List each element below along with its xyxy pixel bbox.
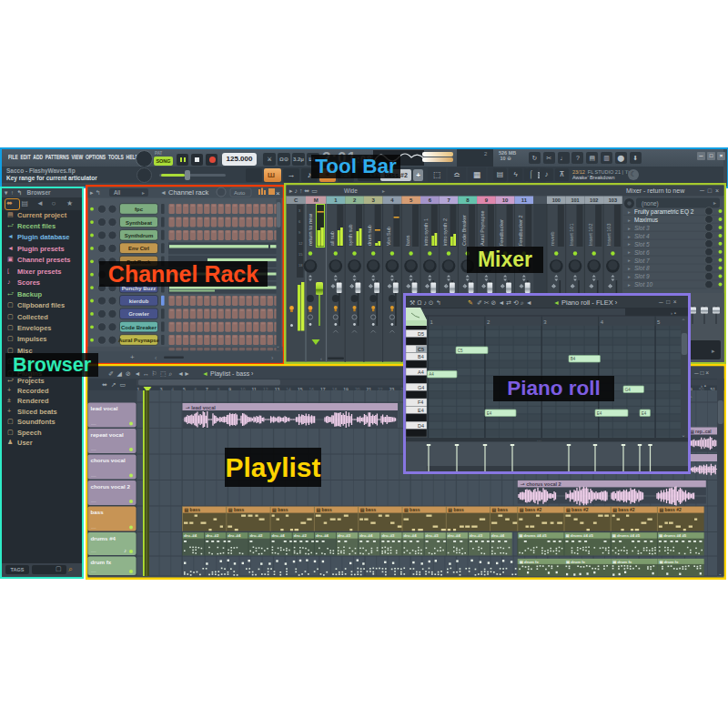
- svg-text:dru..#4: dru..#4: [272, 533, 286, 538]
- svg-text:Feedbacker: Feedbacker: [499, 219, 504, 246]
- svg-text:fpc: fpc: [135, 207, 144, 212]
- svg-text:Aural Psynapse: Aural Psynapse: [118, 338, 160, 343]
- svg-text:chorus vocal 2: chorus vocal 2: [91, 483, 131, 490]
- svg-text:▤ drums #4 #5: ▤ drums #4 #5: [659, 533, 687, 538]
- svg-text:dru..#3: dru..#3: [338, 533, 351, 538]
- svg-text:Slot 3: Slot 3: [634, 225, 650, 231]
- svg-text:▤ bass #2: ▤ bass #2: [520, 507, 542, 512]
- svg-text:C5: C5: [418, 347, 424, 352]
- svg-text:dru..#4: dru..#4: [404, 533, 418, 538]
- svg-text:Slot 10: Slot 10: [634, 281, 653, 288]
- svg-text:⌕: ⌕: [168, 370, 173, 377]
- svg-text:▤ rep..cal: ▤ rep..cal: [690, 429, 712, 434]
- svg-text:dru..#4: dru..#4: [491, 533, 505, 538]
- svg-text:G4: G4: [418, 385, 424, 390]
- svg-text:Slot 4: Slot 4: [634, 233, 650, 239]
- svg-text:dru..#3: dru..#3: [470, 533, 483, 538]
- svg-text:▤ bass #2: ▤ bass #2: [659, 507, 682, 512]
- svg-text:▸: ▸: [628, 258, 631, 263]
- svg-text:C5: C5: [458, 349, 463, 353]
- svg-text:M: M: [314, 197, 318, 203]
- svg-text:drum sub: drum sub: [367, 225, 372, 246]
- svg-text:Growler: Growler: [128, 311, 149, 317]
- svg-text:▤ bass: ▤ bass: [360, 507, 377, 512]
- svg-text:––: ––: [91, 499, 96, 504]
- svg-text:▤ drums #4 #5: ▤ drums #4 #5: [519, 533, 547, 538]
- svg-text:drum fx: drum fx: [91, 559, 112, 565]
- svg-text:All: All: [114, 189, 121, 196]
- svg-text:▤ bass: ▤ bass: [492, 507, 509, 512]
- svg-text:Slot 6: Slot 6: [634, 249, 650, 256]
- svg-text:101: 101: [571, 197, 579, 203]
- svg-text:Insert 102: Insert 102: [588, 224, 593, 246]
- svg-text:18: 18: [298, 263, 303, 268]
- svg-text:↔: ↔: [143, 370, 149, 377]
- svg-text:▸: ▸: [628, 282, 631, 288]
- svg-text:––: ––: [91, 447, 96, 452]
- svg-text:G4: G4: [625, 388, 632, 392]
- svg-text:Insert 101: Insert 101: [569, 224, 574, 246]
- svg-text:▸: ▸: [628, 241, 631, 247]
- svg-text:▸: ▸: [628, 209, 631, 215]
- svg-text:––: ––: [91, 549, 96, 554]
- svg-text:▸: ▸: [713, 200, 716, 206]
- svg-text:dru..#2: dru..#2: [206, 533, 219, 538]
- svg-text:Wide: Wide: [344, 187, 358, 194]
- svg-text:Auto: Auto: [234, 190, 246, 196]
- svg-text:Slot 9: Slot 9: [634, 273, 650, 279]
- svg-text:⌄: ⌄: [718, 571, 723, 576]
- svg-text:▸: ▸: [628, 217, 631, 223]
- svg-text:×: ×: [276, 189, 280, 197]
- svg-text:◄►: ◄►: [177, 370, 190, 377]
- svg-text:◄: ◄: [160, 189, 167, 196]
- svg-text:▸: ▸: [382, 188, 385, 194]
- svg-text:drums #4: drums #4: [91, 535, 116, 541]
- svg-text:▤ drum fx: ▤ drum fx: [612, 560, 632, 564]
- svg-text:▤ drum fx: ▤ drum fx: [520, 560, 540, 564]
- svg-text:Code Breaker: Code Breaker: [121, 325, 157, 330]
- svg-text:dru..#4: dru..#4: [316, 533, 329, 538]
- svg-text:⚐: ⚐: [152, 370, 157, 377]
- svg-text:intro synth 2: intro synth 2: [442, 218, 448, 246]
- svg-text:15: 15: [298, 252, 303, 257]
- svg-text:▤ bass: ▤ bass: [272, 507, 288, 512]
- svg-text:E4: E4: [642, 411, 647, 416]
- svg-text:synth sub: synth sub: [348, 224, 353, 246]
- svg-text:▸: ▸: [712, 348, 715, 354]
- svg-text:dru..#2: dru..#2: [294, 533, 308, 538]
- svg-text:dru..#2: dru..#2: [249, 533, 263, 538]
- svg-text:Feedbacker 2: Feedbacker 2: [518, 215, 523, 246]
- svg-text:+: +: [130, 353, 135, 361]
- svg-text:▤ bass: ▤ bass: [185, 507, 201, 512]
- svg-text:─ □ ×: ─ □ ×: [658, 298, 677, 305]
- svg-text:Fruity parametric EQ 2: Fruity parametric EQ 2: [634, 208, 694, 216]
- svg-text:⌄: ⌄: [682, 432, 686, 438]
- svg-text:10: 10: [502, 197, 509, 203]
- svg-text:11: 11: [521, 197, 528, 203]
- svg-text:B4: B4: [571, 357, 576, 361]
- svg-text:Slot 7: Slot 7: [634, 258, 650, 264]
- svg-text:Synthbeat: Synthbeat: [126, 220, 152, 226]
- svg-text:lead vocal: lead vocal: [91, 405, 118, 411]
- svg-text:dru..#3: dru..#3: [381, 533, 395, 538]
- svg-text:▤ bass: ▤ bass: [404, 507, 420, 512]
- svg-text:––: ––: [91, 473, 96, 479]
- svg-text:✐: ✐: [108, 370, 114, 377]
- svg-text:▸: ▸: [628, 226, 631, 231]
- svg-text:▸: ▸: [628, 249, 631, 255]
- svg-text:▸ ♪ ↑ ⬌ ▭: ▸ ♪ ↑ ⬌ ▭: [289, 187, 318, 194]
- svg-text:Insert 103: Insert 103: [606, 224, 612, 246]
- svg-text:Slot 5: Slot 5: [634, 241, 650, 248]
- svg-text:E4: E4: [418, 408, 424, 413]
- svg-text:B4: B4: [418, 354, 424, 359]
- svg-text:⊸ lead vocal: ⊸ lead vocal: [186, 405, 216, 410]
- svg-text:––: ––: [91, 569, 96, 574]
- svg-text:Slot 8: Slot 8: [634, 265, 650, 271]
- svg-text:dru..#4: dru..#4: [184, 533, 197, 538]
- svg-text:› ▪: › ▪: [701, 383, 706, 389]
- svg-text:E4: E4: [597, 411, 602, 416]
- svg-text:─ □ ×: ─ □ ×: [699, 187, 719, 194]
- svg-text:⊘: ⊘: [126, 370, 131, 377]
- svg-text:⬚: ⬚: [160, 370, 167, 377]
- svg-text:bass: bass: [91, 509, 105, 515]
